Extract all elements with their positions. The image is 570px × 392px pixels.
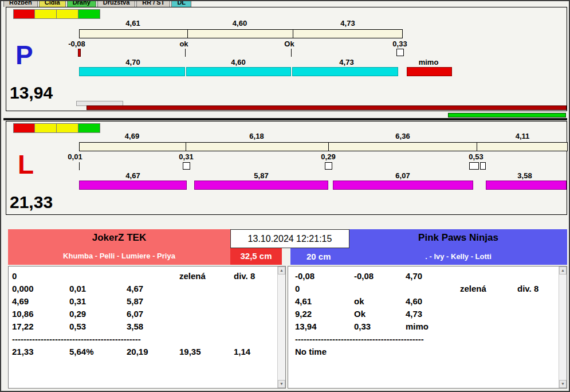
table-cell: 4,67 bbox=[127, 284, 143, 293]
tab-cidla[interactable]: Cidla bbox=[39, 1, 66, 7]
table-cell: 0 bbox=[295, 284, 300, 293]
run-time: 4,70 bbox=[125, 58, 140, 66]
run-bar-segment bbox=[292, 67, 398, 76]
split-bar-l bbox=[79, 142, 568, 151]
table-row: 4,690,315,87 bbox=[9, 295, 276, 308]
table-cell: 0,01 bbox=[69, 284, 86, 293]
mark-label: ok bbox=[179, 40, 188, 48]
table-cell: 0,31 bbox=[69, 296, 86, 306]
run-bar-segment bbox=[79, 181, 187, 190]
lane-letter-p: P bbox=[15, 42, 33, 68]
start-fault-tick bbox=[78, 49, 81, 57]
run-bar-segment bbox=[333, 181, 473, 190]
table-cell: 4,73 bbox=[406, 309, 422, 319]
table-row: 21,335,64%20,1919,351,14 bbox=[9, 346, 276, 358]
app-window: Rozběh Cidla Dráhy Družstva RR / ST DL 4… bbox=[0, 0, 570, 392]
run-time: 4,67 bbox=[125, 171, 140, 180]
tick-mark bbox=[185, 49, 186, 57]
team-left-name: JokerZ TEK bbox=[8, 232, 230, 244]
split-time: 4,60 bbox=[187, 19, 293, 28]
team-left-header: JokerZ TEK Khumba - Pelli - Lumiere - Pr… bbox=[8, 229, 230, 265]
table-cell: 13,94 bbox=[295, 322, 317, 331]
bar-segment bbox=[477, 143, 567, 151]
split-times-row-l: 4,69 6,18 6,36 4,11 bbox=[79, 132, 568, 140]
table-cell: -0,08 bbox=[354, 271, 374, 281]
bar-segment bbox=[80, 30, 187, 38]
table-cell: 6,07 bbox=[127, 309, 143, 319]
table-row: ----------------------------------------… bbox=[9, 333, 276, 346]
bar-segment bbox=[80, 143, 186, 151]
right-subheader: 20 cm . - Ivy - Kelly - Lotti bbox=[290, 248, 567, 265]
tab-druzstva[interactable]: Družstva bbox=[97, 1, 135, 7]
checkbox[interactable] bbox=[325, 162, 332, 170]
scroll-up-icon[interactable]: ▲ bbox=[559, 266, 567, 275]
split-time: 4,73 bbox=[293, 19, 403, 28]
overflow-bar-segment bbox=[407, 67, 452, 76]
light-red-icon bbox=[13, 123, 35, 133]
mark-label: 0,29 bbox=[321, 152, 335, 161]
tab-rr-st[interactable]: RR / ST bbox=[136, 1, 170, 7]
scrollbar[interactable]: ▲ ▼ bbox=[277, 266, 285, 388]
scroll-down-icon[interactable]: ▼ bbox=[559, 380, 567, 388]
table-cell: ----------------------------------------… bbox=[295, 334, 424, 344]
table-cell: div. 8 bbox=[517, 284, 538, 293]
datetime-display: 13.10.2024 12:21:15 bbox=[230, 229, 349, 248]
table-cell: ok bbox=[354, 296, 364, 306]
lane-total-time-l: 21,33 bbox=[10, 193, 53, 212]
light-red-icon bbox=[13, 9, 35, 19]
table-cell: 10,86 bbox=[12, 309, 34, 319]
bar-segment bbox=[186, 143, 328, 151]
scroll-up-icon[interactable]: ▲ bbox=[278, 266, 285, 275]
table-cell: 0,33 bbox=[354, 322, 371, 331]
team-right-members: . - Ivy - Kelly - Lotti bbox=[425, 248, 492, 265]
split-time: 4,61 bbox=[79, 19, 187, 28]
table-cell: 1,14 bbox=[234, 347, 250, 356]
table-row: 13,940,33mimo bbox=[288, 320, 557, 333]
lane-p-panel: 4,61 4,60 4,73 -0,08 ok Ok 0,33 4,70 4,6… bbox=[6, 7, 567, 111]
table-cell: 4,69 bbox=[12, 296, 29, 306]
table-cell: 4,61 bbox=[295, 296, 312, 306]
checkbox[interactable] bbox=[469, 162, 479, 170]
table-row: -0,08-0,084,70 bbox=[288, 270, 557, 283]
table-cell: mimo bbox=[406, 322, 429, 331]
right-results-table: -0,08-0,084,700zelenádiv. 84,61ok4,609,2… bbox=[288, 270, 557, 358]
split-time: 6,36 bbox=[328, 132, 477, 140]
checkbox[interactable] bbox=[396, 49, 404, 56]
mark-label: 0,53 bbox=[469, 152, 483, 161]
table-row: 0,0000,014,67 bbox=[9, 283, 276, 295]
split-time: 4,11 bbox=[477, 132, 568, 140]
panel-divider bbox=[3, 118, 567, 120]
progress-bar-red bbox=[87, 105, 567, 110]
tab-drahy[interactable]: Dráhy bbox=[67, 1, 96, 7]
run-bar-segment bbox=[186, 67, 291, 76]
table-row: 9,22Ok4,73 bbox=[288, 308, 557, 320]
run-time: 4,60 bbox=[231, 58, 245, 66]
table-cell: 0,29 bbox=[69, 309, 86, 319]
checkbox[interactable] bbox=[480, 162, 486, 170]
run-bar-segment bbox=[79, 67, 185, 76]
mark-label: 0,01 bbox=[68, 152, 82, 161]
mark-label: -0,08 bbox=[68, 40, 85, 48]
scrollbar[interactable]: ▲ ▼ bbox=[559, 266, 567, 388]
tab-rozbeh[interactable]: Rozběh bbox=[3, 1, 38, 7]
table-row: 0zelenádiv. 8 bbox=[288, 283, 557, 295]
lane-l-panel: 4,69 6,18 6,36 4,11 0,01 0,31 0,29 0,53 … bbox=[6, 121, 567, 215]
table-cell: 5,87 bbox=[127, 296, 143, 306]
tab-dl[interactable]: DL bbox=[171, 1, 191, 7]
table-cell: 19,35 bbox=[179, 347, 201, 356]
table-cell: 3,58 bbox=[127, 322, 143, 331]
split-times-row-p: 4,61 4,60 4,73 bbox=[79, 19, 403, 28]
table-cell: zelená bbox=[179, 271, 206, 281]
run-time: 4,73 bbox=[339, 58, 353, 66]
tab-bar: Rozběh Cidla Dráhy Družstva RR / ST DL bbox=[3, 1, 191, 7]
scroll-down-icon[interactable]: ▼ bbox=[278, 380, 285, 388]
bar-segment bbox=[187, 30, 293, 38]
checkbox[interactable] bbox=[183, 162, 190, 170]
run-time: 5,87 bbox=[254, 171, 268, 180]
table-cell: 21,33 bbox=[12, 347, 34, 356]
table-cell: No time bbox=[295, 347, 327, 356]
tick-mark bbox=[79, 162, 80, 170]
bar-segment bbox=[293, 30, 402, 38]
left-results-panel: 0zelenádiv. 80,0000,014,674,690,315,8710… bbox=[8, 266, 286, 389]
lane-letter-l: L bbox=[18, 151, 34, 178]
